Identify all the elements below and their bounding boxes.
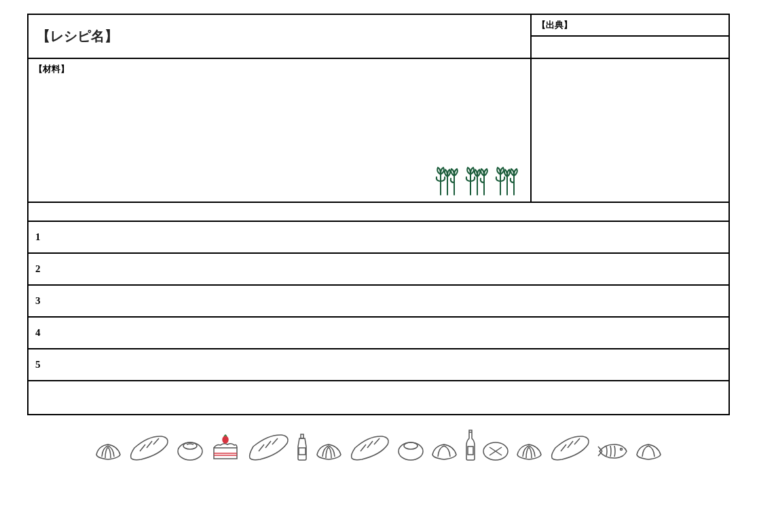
cake-icon — [208, 434, 242, 461]
step-number: 3 — [35, 295, 41, 306]
source-column: 【出典】 — [532, 15, 728, 58]
fish-icon — [597, 441, 629, 461]
source-label: 【出典】 — [532, 15, 728, 37]
sprouts-icon — [435, 159, 523, 197]
step-number: 1 — [35, 231, 41, 242]
sprouts-decoration — [435, 159, 523, 199]
baguette-icon — [549, 434, 593, 461]
step-number: 5 — [35, 359, 41, 370]
croissant-icon — [514, 438, 544, 461]
recipe-name-label: 【レシピ名】 — [37, 28, 118, 43]
baguette-icon — [348, 434, 392, 461]
ingredients-label: 【材料】 — [34, 64, 69, 74]
croissant-icon — [314, 438, 344, 461]
ingredients-field: 【材料】 — [29, 59, 532, 202]
croissant-icon — [93, 438, 124, 461]
step-2: 2 — [29, 252, 728, 284]
svg-point-4 — [399, 442, 423, 460]
step-4: 4 — [29, 316, 728, 348]
bottom-row — [29, 380, 728, 414]
round-bread-icon — [396, 438, 425, 461]
croissant-icon — [429, 438, 460, 461]
source-body-lower — [532, 59, 728, 202]
step-number: 2 — [35, 263, 41, 274]
step-number: 4 — [35, 327, 41, 338]
spacer-row — [29, 202, 728, 221]
round-bread-icon — [481, 438, 510, 461]
ingredients-row: 【材料】 — [29, 58, 728, 202]
svg-point-5 — [404, 442, 418, 449]
source-body — [532, 37, 728, 58]
step-1: 1 — [29, 221, 728, 252]
croissant-icon — [633, 438, 664, 461]
svg-rect-6 — [468, 446, 473, 455]
recipe-name-field: 【レシピ名】 — [29, 15, 532, 58]
wine-bottle-icon — [464, 429, 477, 461]
round-bread-icon — [176, 438, 204, 461]
bottle-icon — [295, 433, 310, 461]
baguette-icon — [246, 433, 291, 461]
header-row: 【レシピ名】 【出典】 — [29, 15, 728, 58]
recipe-card: 【レシピ名】 【出典】 【材料】 — [27, 14, 730, 415]
svg-rect-3 — [299, 448, 306, 455]
step-5: 5 — [29, 348, 728, 380]
svg-point-2 — [223, 436, 228, 443]
svg-point-8 — [621, 449, 623, 451]
baguette-icon — [128, 434, 172, 461]
svg-point-0 — [178, 442, 202, 460]
step-3: 3 — [29, 284, 728, 316]
food-border — [27, 429, 730, 461]
